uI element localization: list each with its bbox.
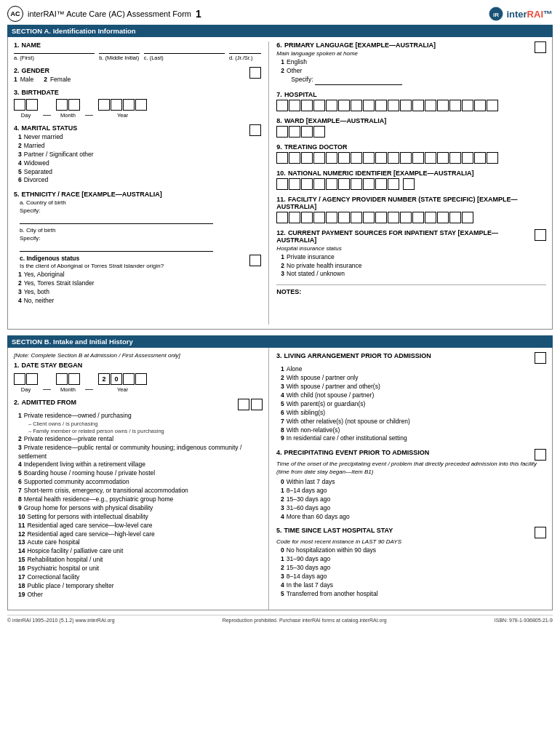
birthdate-row: Day — Month — bbox=[14, 97, 261, 119]
ward-boxes bbox=[276, 126, 546, 138]
section-a-header: SECTION A. Identification Information bbox=[7, 25, 553, 37]
section-a-right: 6.PRIMARY LANGUAGE [EXAMPLE—AUSTRALIA] M… bbox=[269, 41, 546, 324]
facility-boxes bbox=[276, 212, 546, 223]
time-hospital-options: 0No hospitalization within 90 days 131–9… bbox=[281, 546, 546, 598]
section-b-right: 3.LIVING ARRANGEMENT PRIOR TO ADMISSION … bbox=[269, 348, 552, 609]
stay-day-2[interactable] bbox=[26, 373, 38, 385]
item-national-id: 10.NATIONAL NUMERIC IDENTIFIER [EXAMPLE—… bbox=[276, 170, 546, 190]
middle-initial-field: b. (Middle Initial) bbox=[99, 53, 140, 61]
name-row: a. (First) b. (Middle Initial) c. (Last)… bbox=[14, 53, 261, 61]
birthdate-year-4[interactable] bbox=[135, 99, 147, 111]
marital-options: 1Never married 2Married 3Partner / Signi… bbox=[18, 133, 94, 185]
payment-checkbox[interactable] bbox=[535, 229, 546, 241]
footer-copyright: © interRAI 1995–2010 (5.1.2) www.interRA… bbox=[7, 618, 115, 623]
item-gender: 2.GENDER 1 Male 2 Female bbox=[14, 67, 261, 83]
birthdate-year-2[interactable] bbox=[111, 99, 122, 111]
country-specify[interactable] bbox=[20, 215, 213, 224]
page-footer: © interRAI 1995–2010 (5.1.2) www.interRA… bbox=[7, 615, 553, 623]
doctor-boxes bbox=[276, 152, 546, 164]
birthdate-year-3[interactable] bbox=[123, 99, 135, 111]
language-options: 1English 2Other Specify: bbox=[281, 58, 436, 85]
birthdate-day-2[interactable] bbox=[26, 99, 38, 111]
item-hospital: 7.HOSPITAL bbox=[276, 91, 546, 111]
item-facility-number: 11.FACILITY / AGENCY PROVIDER NUMBER (ST… bbox=[276, 196, 546, 223]
stay-year-pre-2: 0 bbox=[111, 373, 122, 385]
stay-day-1[interactable] bbox=[14, 373, 25, 385]
page-number: 1 bbox=[196, 8, 201, 20]
language-checkbox[interactable] bbox=[535, 41, 546, 53]
item-living-arrangement: 3.LIVING ARRANGEMENT PRIOR TO ADMISSION … bbox=[276, 352, 546, 443]
admitted-checkbox-2[interactable] bbox=[251, 399, 263, 410]
indigenous-checkbox[interactable] bbox=[249, 255, 261, 266]
city-specify[interactable] bbox=[20, 243, 213, 252]
national-id-boxes bbox=[276, 178, 546, 190]
precipitating-checkbox[interactable] bbox=[535, 449, 546, 461]
stay-month-1[interactable] bbox=[56, 373, 68, 385]
gender-options: 1 Male 2 Female bbox=[14, 76, 71, 83]
footer-isbn: ISBN: 978-1-936805-21-9 bbox=[495, 618, 553, 623]
precipitating-options: 0Within last 7 days 18–14 days ago 215–3… bbox=[281, 478, 546, 521]
section-b-header: SECTION B. Intake and Initial History bbox=[7, 335, 553, 348]
marital-checkbox[interactable] bbox=[249, 124, 261, 136]
birthdate-month-1[interactable] bbox=[56, 99, 68, 111]
payment-options: 1Private insurance 2No private health in… bbox=[281, 253, 535, 279]
section-b-body: [Note: Complete Section B at Admission /… bbox=[7, 348, 553, 610]
item-name: 1.NAME a. (First) b. (Middle Initial) c.… bbox=[14, 41, 261, 61]
gender-checkbox[interactable] bbox=[249, 67, 261, 79]
admitted-checkbox-1[interactable] bbox=[238, 399, 249, 410]
item-treating-doctor: 9.TREATING DOCTOR bbox=[276, 143, 546, 164]
item-date-stay: 1.DATE STAY BEGAN Day — bbox=[14, 362, 263, 393]
stay-month-2[interactable] bbox=[68, 373, 80, 385]
birthdate-year-1[interactable] bbox=[98, 99, 110, 111]
item-payment: 12.CURRENT PAYMENT SOURCES FOR INPATIENT… bbox=[276, 229, 546, 279]
birthdate-month-2[interactable] bbox=[68, 99, 80, 111]
section-b-left: [Note: Complete Section B at Admission /… bbox=[8, 348, 269, 609]
admitted-checkboxes bbox=[238, 399, 263, 410]
page-header: AC interRAI™ Acute Care (AC) Assessment … bbox=[7, 6, 553, 22]
item-time-hospital: 5.TIME SINCE LAST HOSPITAL STAY Code for… bbox=[276, 527, 546, 598]
section-a-body: 1.NAME a. (First) b. (Middle Initial) c.… bbox=[7, 37, 553, 330]
indigenous-options: 1Yes, Aboriginal 2Yes, Torres Strait Isl… bbox=[18, 271, 164, 306]
interrai-brand: interRAI™ bbox=[506, 9, 553, 20]
item-birthdate: 3.BIRTHDATE Day — bbox=[14, 89, 261, 119]
item-admitted-from: 2.ADMITTED FROM 1Private residence—owned… bbox=[14, 399, 263, 599]
suffix-field: d. (Jr./Sr.) bbox=[229, 53, 261, 61]
stay-year-3[interactable] bbox=[123, 373, 135, 385]
section-a-left: 1.NAME a. (First) b. (Middle Initial) c.… bbox=[14, 41, 269, 324]
svg-text:iR: iR bbox=[493, 12, 499, 18]
time-hospital-checkbox[interactable] bbox=[535, 527, 546, 538]
section-b-note: [Note: Complete Section B at Admission /… bbox=[14, 352, 263, 359]
last-name-field: c. (Last) bbox=[144, 53, 225, 61]
item-ethnicity: 5.ETHNICITY / RACE [EXAMPLE—AUSTRALIA] a… bbox=[14, 191, 261, 306]
ac-badge: AC bbox=[7, 6, 23, 22]
birthdate-day-1[interactable] bbox=[14, 99, 25, 111]
living-checkbox[interactable] bbox=[535, 352, 546, 364]
notes-content bbox=[276, 295, 546, 324]
item-language: 6.PRIMARY LANGUAGE [EXAMPLE—AUSTRALIA] M… bbox=[276, 41, 546, 85]
hospital-boxes bbox=[276, 100, 546, 111]
first-name-field: a. (First) bbox=[14, 53, 95, 61]
living-options: 1Alone 2With spouse / partner only 3With… bbox=[281, 365, 546, 443]
section-b: SECTION B. Intake and Initial History [N… bbox=[7, 335, 553, 610]
stay-year-4[interactable] bbox=[135, 373, 147, 385]
date-stay-row: Day — Month — 2 bbox=[14, 372, 263, 393]
admitted-options: 1Private residence—owned / purchasing – … bbox=[18, 412, 263, 599]
stay-year-pre-1: 2 bbox=[98, 373, 110, 385]
notes-area: NOTES: bbox=[276, 284, 546, 324]
item-marital: 4.MARITAL STATUS 1Never married 2Married… bbox=[14, 124, 261, 185]
item-precipitating: 4.PRECIPITATING EVENT PRIOR TO ADMISSION… bbox=[276, 449, 546, 521]
header-title: interRAI™ Acute Care (AC) Assessment For… bbox=[28, 9, 191, 18]
footer-middle: Reproduction prohibited. Purchase interR… bbox=[223, 618, 387, 623]
interrai-logo-icon: iR bbox=[489, 7, 503, 21]
item-ward: 8.WARD [EXAMPLE—AUSTRALIA] bbox=[276, 117, 546, 138]
